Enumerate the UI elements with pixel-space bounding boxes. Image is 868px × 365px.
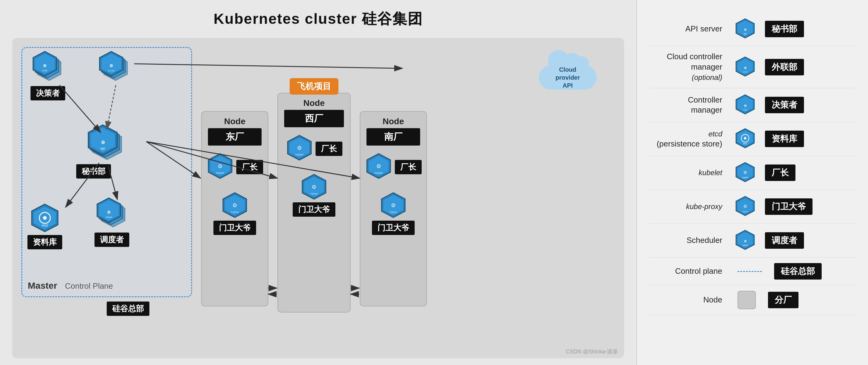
master-label: Master (28, 280, 57, 291)
legend-label-controlplane: 硅谷总部 (774, 263, 822, 280)
node-west-kproxy: 门卫大爷 (293, 173, 335, 217)
legend-label-kubelet: 厂长 (765, 165, 796, 181)
legend-row-ccm: Cloud controllermanager(optional) 外联部 (649, 46, 856, 88)
legend-text-node: Node (649, 295, 728, 305)
legend-label-sched: 调度者 (765, 232, 804, 249)
control-plane-label: Control Plane (65, 281, 113, 291)
cloud-controller-manager-component (98, 50, 131, 84)
etcd-label: 资料库 (27, 235, 62, 249)
node-east-kproxy: 门卫大爷 (213, 191, 256, 235)
legend-row-etcd: etcd(persistence store) 资料库 (649, 122, 856, 156)
node-south-kubelet: 厂长 (365, 152, 422, 180)
watermark: CSDN @Shinka-源泉 (566, 348, 618, 355)
legend-text-kubelet: kubelet (649, 168, 728, 178)
legend-icon-kubelet (735, 162, 756, 184)
legend-label-ccm: 外联部 (765, 59, 804, 75)
legend-panel: API server 秘书部 Cloud controllermanager(o… (636, 0, 868, 365)
node-west-kproxy-label: 门卫大爷 (293, 202, 335, 217)
api-server-component: 秘书部 (76, 123, 135, 178)
node-east-name: 东厂 (208, 128, 261, 146)
node-east-label: Node (224, 117, 245, 127)
legend-row-sched: Scheduler 调度者 (649, 224, 856, 258)
api-server-label: 秘书部 (76, 164, 111, 178)
node-west: 飞机项目 Node 西厂 厂长 门卫大爷 (277, 93, 351, 312)
legend-text-etcd: etcd(persistence store) (649, 129, 728, 149)
legend-label-kproxy: 门卫大爷 (765, 198, 812, 215)
legend-icon-cm (735, 94, 756, 116)
legend-row-api: API server 秘书部 (649, 12, 856, 46)
node-east: Node 东厂 厂长 门卫大爷 (201, 111, 268, 306)
node-west-kubelet: 厂长 (286, 134, 342, 162)
diagram-title: Kubernetes cluster 硅谷集团 (12, 9, 624, 29)
node-south: Node 南厂 厂长 门卫大爷 (360, 111, 427, 306)
legend-row-controlplane: Control plane 硅谷总部 (649, 258, 856, 285)
main-diagram: Kubernetes cluster 硅谷集团 Master Control P… (0, 0, 636, 365)
etcd-component: 资料库 (27, 203, 62, 249)
diagram-content: Master Control Plane 硅谷总部 决策者 (12, 38, 624, 358)
legend-label-etcd: 资料库 (765, 131, 804, 147)
legend-icon-kproxy (735, 195, 756, 218)
legend-row-node: Node 分厂 (649, 285, 856, 315)
scheduler-label: 调度者 (94, 232, 129, 247)
legend-text-ccm: Cloud controllermanager(optional) (649, 52, 728, 82)
cloud-provider: CloudproviderAPI (539, 50, 597, 90)
legend-icon-etcd (735, 128, 756, 150)
node-east-kproxy-label: 门卫大爷 (213, 221, 256, 235)
legend-dashed-line (738, 271, 762, 272)
controller-manager-component: 决策者 (30, 50, 65, 101)
legend-gray-box (738, 291, 756, 309)
legend-text-kproxy: kube-proxy (649, 201, 728, 212)
hq-label-box: 硅谷总部 (107, 302, 149, 316)
node-south-label: Node (383, 117, 404, 127)
node-south-kproxy-label: 门卫大爷 (372, 221, 415, 235)
node-south-kproxy: 门卫大爷 (372, 191, 415, 235)
node-west-label: Node (303, 98, 325, 108)
legend-row-kubelet: kubelet 厂长 (649, 156, 856, 190)
legend-icon-ccm (735, 56, 756, 79)
legend-text-api: API server (649, 24, 728, 34)
cloud-provider-text: CloudproviderAPI (556, 66, 580, 89)
legend-text-cm: Controllermanager (649, 95, 728, 116)
legend-label-cm: 决策者 (765, 97, 804, 113)
legend-icon-api (735, 18, 756, 40)
legend-label-node: 分厂 (768, 292, 799, 308)
legend-text-sched: Scheduler (649, 235, 728, 246)
node-south-name: 南厂 (367, 128, 420, 146)
legend-row-cm: Controllermanager 决策者 (649, 88, 856, 122)
hq-label: 硅谷总部 (107, 300, 149, 316)
node-west-name: 西厂 (284, 110, 344, 127)
flight-project-banner: 飞机项目 (290, 78, 338, 94)
node-east-kubelet: 厂长 (207, 152, 263, 180)
controller-manager-label: 决策者 (30, 86, 65, 101)
legend-text-controlplane: Control plane (649, 266, 728, 277)
legend-label-api: 秘书部 (765, 21, 804, 37)
scheduler-component: 调度者 (94, 197, 129, 247)
legend-row-kproxy: kube-proxy 门卫大爷 (649, 190, 856, 224)
legend-icon-sched (735, 229, 756, 252)
